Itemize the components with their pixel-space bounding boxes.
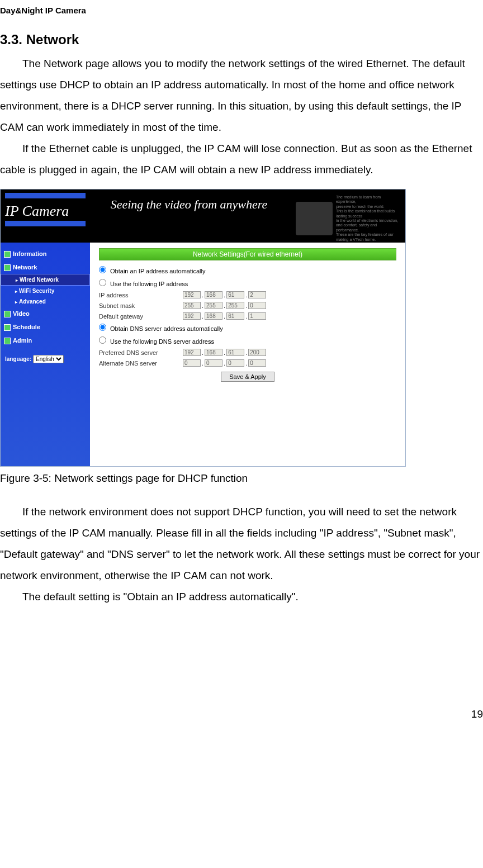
gateway-octet-4[interactable] xyxy=(248,312,266,320)
nav-video[interactable]: Video xyxy=(1,307,90,320)
pref-dns-octet-2[interactable] xyxy=(205,349,222,356)
logo-area: IP Camera xyxy=(1,189,90,230)
figure-caption: Figure 3-5: Network settings page for DH… xyxy=(0,472,483,485)
alt-dns-octet-1[interactable] xyxy=(183,359,201,367)
pref-dns-octet-1[interactable] xyxy=(183,349,201,356)
paragraph-3: If the network environment does not supp… xyxy=(0,501,483,586)
save-apply-button[interactable]: Save & Apply xyxy=(221,372,274,382)
subnet-octet-1[interactable] xyxy=(183,302,201,309)
row-static-ip: Use the following IP address xyxy=(99,277,396,290)
nav-wired-network[interactable]: Wired Network xyxy=(1,274,90,286)
row-static-dns: Use the following DNS server address xyxy=(99,334,396,347)
row-subnet: Subnet mask . . . xyxy=(99,300,396,311)
screenshot: IP Camera Seeing the video from anywhere… xyxy=(0,189,406,467)
label-auto-dns: Obtain DNS server address automatically xyxy=(110,325,223,332)
page-number: 19 xyxy=(0,708,483,720)
doc-header: Day&Night IP Camera xyxy=(0,6,483,15)
screenshot-header: IP Camera Seeing the video from anywhere… xyxy=(1,189,405,243)
label-auto-ip: Obtain an IP address automatically xyxy=(110,268,205,274)
alt-dns-octet-4[interactable] xyxy=(248,359,266,367)
subnet-octet-2[interactable] xyxy=(205,302,222,309)
banner-image xyxy=(296,202,333,235)
panel-title: Network Settings(For wired ethernet) xyxy=(99,248,396,260)
alt-dns-octet-3[interactable] xyxy=(226,359,244,367)
banner-center: Seeing the video from anywhere xyxy=(90,189,288,212)
blue-bar-bottom xyxy=(5,221,86,226)
subnet-inputs: . . . xyxy=(183,302,266,309)
ip-octet-2[interactable] xyxy=(205,291,222,298)
label-ip: IP address xyxy=(99,292,183,298)
radio-static-ip[interactable] xyxy=(99,279,106,286)
nav-language: language: English xyxy=(1,350,90,368)
row-alt-dns: Alternate DNS server . . . xyxy=(99,358,396,368)
alt-dns-inputs: . . . xyxy=(183,359,266,367)
banner-tagline: Seeing the video from anywhere xyxy=(90,194,288,212)
row-auto-dns: Obtain DNS server address automatically xyxy=(99,321,396,334)
alt-dns-octet-2[interactable] xyxy=(205,359,222,367)
ip-inputs: . . . xyxy=(183,291,266,298)
row-gateway: Default gateway . . . xyxy=(99,311,396,321)
blue-bar-top xyxy=(5,193,86,198)
screenshot-body: Information Network Wired Network WiFi S… xyxy=(1,243,405,466)
radio-auto-dns[interactable] xyxy=(99,324,106,331)
save-button-wrap: Save & Apply xyxy=(99,372,396,382)
radio-static-dns[interactable] xyxy=(99,336,106,344)
ip-octet-4[interactable] xyxy=(248,291,266,298)
nav-admin[interactable]: Admin xyxy=(1,334,90,347)
banner-grey-text: The medium to learn from experience,pres… xyxy=(336,195,401,242)
pref-dns-octet-3[interactable] xyxy=(226,349,244,356)
gateway-octet-1[interactable] xyxy=(183,312,201,320)
gateway-octet-3[interactable] xyxy=(226,312,244,320)
paragraph-1: The Network page allows you to modify th… xyxy=(0,53,483,138)
sidebar-nav: Information Network Wired Network WiFi S… xyxy=(1,243,90,466)
paragraph-4: The default setting is "Obtain an IP add… xyxy=(0,586,483,608)
logo-text: IP Camera xyxy=(5,203,86,220)
subnet-octet-4[interactable] xyxy=(248,302,266,309)
row-auto-ip: Obtain an IP address automatically xyxy=(99,264,396,277)
label-pref-dns: Preferred DNS server xyxy=(99,349,183,356)
nav-schedule[interactable]: Schedule xyxy=(1,320,90,334)
language-label: language: xyxy=(5,356,31,362)
ip-octet-1[interactable] xyxy=(183,291,201,298)
banner-right: The medium to learn from experience,pres… xyxy=(288,189,405,248)
paragraph-2: If the Ethernet cable is unplugged, the … xyxy=(0,138,483,181)
nav-network[interactable]: Network xyxy=(1,260,90,274)
radio-auto-ip[interactable] xyxy=(99,266,106,273)
gateway-inputs: . . . xyxy=(183,312,266,320)
pref-dns-octet-4[interactable] xyxy=(248,349,266,356)
label-static-ip: Use the following IP address xyxy=(110,281,188,287)
section-heading: 3.3. Network xyxy=(0,32,483,48)
label-gateway: Default gateway xyxy=(99,313,183,320)
ip-octet-3[interactable] xyxy=(226,291,244,298)
label-static-dns: Use the following DNS server address xyxy=(110,338,214,345)
row-pref-dns: Preferred DNS server . . . xyxy=(99,347,396,358)
label-subnet: Subnet mask xyxy=(99,302,183,309)
nav-advanced[interactable]: Advanced xyxy=(1,296,90,307)
language-select[interactable]: English xyxy=(33,355,64,363)
label-alt-dns: Alternate DNS server xyxy=(99,360,183,367)
row-ip-address: IP address . . . xyxy=(99,290,396,300)
gateway-octet-2[interactable] xyxy=(205,312,222,320)
subnet-octet-3[interactable] xyxy=(226,302,244,309)
nav-information[interactable]: Information xyxy=(1,247,90,260)
nav-wifi-security[interactable]: WiFi Security xyxy=(1,286,90,296)
content-panel: Network Settings(For wired ethernet) Obt… xyxy=(90,243,405,466)
pref-dns-inputs: . . . xyxy=(183,349,266,356)
